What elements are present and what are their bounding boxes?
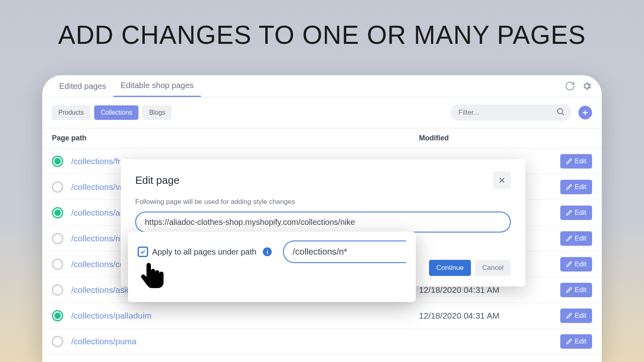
status-indicator [52, 336, 63, 347]
page-path-link[interactable]: /collections/va [71, 182, 124, 191]
page-path-link[interactable]: /collections/ad [71, 208, 125, 217]
apply-all-label: Apply to all pages under path [152, 247, 256, 257]
filter-input[interactable] [450, 105, 571, 121]
status-indicator [52, 156, 63, 167]
page-url-input[interactable] [135, 212, 511, 232]
edit-button[interactable]: Edit [560, 257, 592, 272]
status-indicator [52, 207, 63, 218]
page-path-link[interactable]: /collections/fre [71, 156, 125, 166]
svg-point-0 [557, 109, 563, 114]
apply-all-checkbox[interactable] [138, 247, 148, 257]
headline: ADD CHANGES TO ONE OR MANY PAGES [0, 20, 644, 50]
search-icon[interactable] [556, 107, 566, 118]
col-page-path: Page path [52, 134, 419, 142]
status-indicator [52, 284, 63, 296]
info-icon[interactable]: i [263, 247, 272, 256]
path-pattern-input[interactable] [283, 241, 406, 263]
page-path-link[interactable]: /collections/palladuim [71, 311, 152, 320]
edit-button[interactable]: Edit [560, 283, 592, 297]
tab-edited-pages[interactable]: Edited pages [52, 76, 114, 97]
edit-button[interactable]: Edit [560, 309, 592, 323]
table-row: /collections/puma Edit [42, 329, 602, 354]
chip-blogs[interactable]: Blogs [142, 105, 171, 120]
status-indicator [52, 233, 63, 244]
continue-button[interactable]: Continue [429, 260, 471, 276]
chip-products[interactable]: Products [52, 105, 90, 120]
cancel-button[interactable]: Cancel [475, 260, 511, 276]
modified-cell: 12/18/2020 04:31 AM [419, 285, 556, 295]
tabs-row: Edited pages Editable shop pages [42, 75, 602, 97]
page-path-link[interactable]: /collections/co [71, 259, 124, 269]
table-head: Page path Modified [42, 128, 602, 148]
status-indicator [52, 259, 63, 270]
apply-path-callout: Apply to all pages under path i [128, 232, 416, 302]
modal-subtext: Following page will be used for adding s… [135, 198, 511, 206]
col-modified: Modified [419, 134, 556, 142]
page-path-link[interactable]: /collections/ni [71, 234, 122, 243]
table-row: /collections/palladuim 12/18/2020 04:31 … [42, 303, 602, 329]
gear-icon[interactable] [582, 81, 592, 91]
status-indicator [52, 310, 63, 321]
edit-button[interactable]: Edit [560, 334, 592, 349]
edit-button[interactable]: Edit [560, 154, 592, 169]
filter-input-wrap [450, 105, 571, 121]
close-button[interactable] [493, 171, 511, 189]
page-path-link[interactable]: /collections/puma [71, 337, 136, 346]
chip-collections[interactable]: Collections [94, 105, 138, 120]
filter-row: Products Collections Blogs [42, 97, 602, 128]
modified-cell: 12/18/2020 04:31 AM [419, 311, 556, 321]
edit-button[interactable]: Edit [560, 231, 592, 246]
add-button[interactable] [578, 106, 592, 119]
modal-title: Edit page [135, 174, 493, 187]
refresh-icon[interactable] [565, 81, 575, 91]
cursor-hand-icon [137, 261, 165, 296]
status-indicator [52, 181, 63, 193]
tab-editable-shop-pages[interactable]: Editable shop pages [114, 75, 201, 97]
edit-button[interactable]: Edit [560, 206, 592, 220]
edit-button[interactable]: Edit [560, 180, 592, 194]
